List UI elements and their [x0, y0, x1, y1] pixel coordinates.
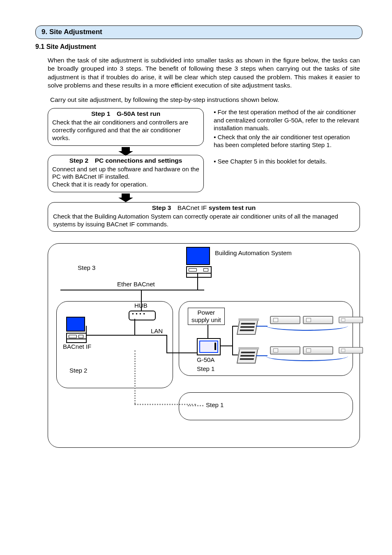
step1-region-2	[179, 392, 353, 420]
step1-bold: G-50A test run	[117, 110, 160, 117]
system-diagram: Building Automation System Step 3 Ether …	[48, 243, 360, 448]
ether-bacnet-label: Ether BACnet	[117, 281, 155, 288]
section-title-bar: 9. Site Adjustment	[35, 25, 362, 39]
arrow-down-icon	[122, 147, 130, 151]
subheading: 9.1 Site Adjustment	[35, 43, 362, 51]
controller-icon	[237, 320, 258, 335]
step3-mid: BACnet IF	[178, 204, 209, 211]
step2-title: Step 2 PC connections and settings	[52, 157, 199, 166]
step2-prefix: Step 2	[69, 157, 95, 164]
bacnet-if-computer-icon	[66, 317, 87, 343]
g50a-label: G-50A	[197, 356, 214, 363]
step1-body: Check that the air conditioners and cont…	[52, 119, 199, 142]
bas-computer-icon	[186, 247, 212, 278]
step2-bold: PC connections and settings	[95, 157, 182, 164]
note-1b: ▪ Check that only the air conditioner te…	[214, 133, 360, 149]
step2-body: Connect and set up the software and hard…	[52, 166, 199, 189]
ac-unit-icon	[303, 316, 332, 323]
step3-body: Check that the Building Automation Syste…	[53, 213, 355, 228]
note-2: ▪ See Chapter 5 in this booklet for deta…	[214, 157, 360, 166]
step1-label-a: Step 1	[197, 365, 214, 372]
psu-box: Power supply unit	[188, 308, 225, 325]
step3-bold: system test run	[209, 204, 256, 211]
controller-icon	[237, 349, 258, 364]
bas-label: Building Automation System	[215, 249, 292, 256]
bacnet-if-label: BACnet IF	[63, 343, 91, 350]
ac-unit-icon	[339, 317, 362, 322]
ac-unit-icon	[339, 347, 362, 353]
carry-out-line: Carry out site adjustment, by following …	[50, 96, 360, 104]
step2-box: Step 2 PC connections and settings Conne…	[48, 155, 204, 192]
arrow-down-icon	[122, 193, 130, 198]
step2-label: Step 2	[69, 367, 87, 374]
ac-unit-icon	[303, 346, 332, 354]
step3-label: Step 3	[78, 264, 95, 271]
note-1a: ▪ For the test operation method of the a…	[214, 108, 360, 132]
step1-label-b: Step 1	[206, 401, 224, 408]
step3-box: Step 3 BACnet IF system test run Check t…	[48, 202, 360, 232]
lan-label: LAN	[151, 327, 163, 334]
step1-prefix: Step 1	[91, 110, 117, 117]
step1-title: Step 1 G-50A test run	[52, 110, 199, 119]
intro-paragraph: When the task of site adjustment is subd…	[48, 56, 360, 90]
ac-unit-icon	[270, 346, 300, 354]
hub-icon	[129, 311, 156, 320]
g50a-icon	[197, 338, 221, 355]
ac-unit-icon	[270, 316, 300, 323]
step3-title: Step 3 BACnet IF system test run	[53, 204, 355, 213]
step1-box: Step 1 G-50A test run Check that the air…	[48, 108, 204, 145]
step3-prefix: Step 3	[152, 204, 178, 211]
